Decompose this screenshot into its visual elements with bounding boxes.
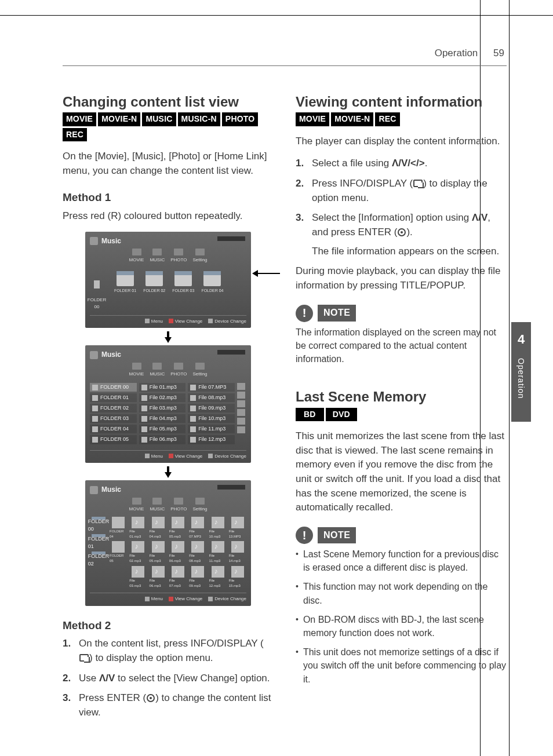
step-number: 1. [296, 156, 307, 171]
note-list: Last Scene Memory function for a previou… [296, 547, 507, 686]
tab-strip: MOVIE MUSIC PHOTO Setting [90, 363, 246, 378]
screenshot-stack: Music MOVIE MUSIC PHOTO Setting FOLDER 0… [63, 232, 274, 606]
tag: MUSIC [142, 112, 176, 126]
running-header: Operation 59 [63, 46, 507, 61]
tag: MOVIE-N [98, 112, 140, 126]
arrow-down-icon [165, 466, 172, 477]
side-tab-number: 4 [511, 322, 531, 349]
side-tab-label: Operation [515, 358, 527, 399]
step-body: Use Λ/V to select the [View Change] opti… [79, 671, 274, 686]
step-body: Select the [Information] option using Λ/… [312, 211, 507, 239]
note-body: The information displayed on the screen … [296, 326, 507, 366]
device-indicator [217, 236, 245, 241]
rail-label: FOLDER 00 [88, 297, 106, 310]
screenshot-footer: Menu View Change Device Change [90, 593, 246, 602]
grid-main: FOLDER 04 File 01.mp3 File 04.mp3 File 0… [110, 517, 246, 588]
tags-viewing-info: MOVIE MOVIE-N REC [296, 112, 507, 126]
last-scene-body: This unit memorizes the last scene from … [296, 429, 507, 515]
screenshot-list-view: Music MOVIE MUSIC PHOTO Setting FOLDER 0… [85, 345, 251, 463]
note-item: This unit does not memorize settings of … [303, 645, 507, 686]
method1-body: Press red (R) coloured button repeatedly… [63, 209, 274, 224]
folder-thumb: FOLDER 01 [114, 271, 136, 294]
list-column: File 01.mp3 File 02.mp3 File 03.mp3 File… [139, 383, 186, 444]
post-steps-text: During movie playback, you can display t… [296, 264, 507, 293]
device-indicator [217, 485, 245, 490]
tags-last-scene: BD DVD [296, 408, 507, 421]
heading-changing-view: Changing content list view [63, 94, 274, 111]
tab-icon [195, 249, 205, 255]
nav-keys-icon: Λ/V/</> [392, 158, 425, 169]
list-column: FOLDER 00 FOLDER 01 FOLDER 02 FOLDER 03 … [90, 383, 137, 444]
step-body: Select a file using Λ/V/</>. [312, 156, 507, 171]
grid-side: FOLDER 00 FOLDER 01 FOLDER 02 [90, 517, 107, 588]
tab-icon [132, 249, 141, 255]
list-mini-column [237, 383, 246, 444]
screenshot-grid-view: Music MOVIE MUSIC PHOTO Setting FOLDER 0… [85, 480, 251, 606]
arrow-down-icon [165, 331, 172, 342]
note-icon: ! [296, 305, 313, 322]
method1-heading: Method 1 [63, 189, 274, 206]
step-body: Press INFO/DISPLAY () to display the opt… [312, 177, 507, 205]
method2-steps: 1. On the content list, press INFO/DISPL… [63, 637, 274, 720]
side-tab: 4 Operation [511, 322, 531, 422]
step3-continuation: The file information appears on the scre… [312, 244, 507, 259]
heading-last-scene: Last Scene Memory [296, 389, 507, 406]
info-display-icon [79, 654, 89, 662]
step-number: 3. [63, 691, 74, 720]
method2-heading: Method 2 [63, 618, 274, 634]
info-display-icon [413, 180, 423, 187]
rail-icon [94, 280, 100, 288]
tag: DVD [326, 408, 357, 421]
tag: PHOTO [222, 112, 259, 126]
intro-text: The player can display the content infor… [296, 134, 507, 149]
step-number: 2. [63, 671, 74, 686]
note-label: NOTE [318, 527, 356, 543]
note-header: ! NOTE [296, 305, 507, 322]
intro-text: On the [Movie], [Music], [Photo] or [Hom… [63, 149, 274, 178]
tab-icon [152, 249, 162, 255]
tab-strip: MOVIE MUSIC PHOTO Setting [90, 249, 246, 264]
note-label: NOTE [318, 305, 356, 321]
tab-icon [174, 249, 183, 255]
running-section: Operation [435, 48, 478, 59]
tags-changing-view: MOVIE MOVIE-N MUSIC MUSIC-N PHOTO REC [63, 112, 274, 141]
screenshot-footer: Menu View Change Device Change [90, 450, 246, 460]
folder-thumb: FOLDER 04 [201, 271, 223, 294]
music-icon [90, 486, 98, 494]
folder-thumb: FOLDER 03 [172, 271, 194, 294]
tag: MOVIE [63, 112, 96, 126]
note-item: This function may not work depending on … [303, 580, 507, 607]
step-body: On the content list, press INFO/DISPLAY … [79, 637, 274, 665]
tag: BD [296, 408, 324, 421]
side-rail: FOLDER 00 [90, 268, 104, 310]
up-down-icon: Λ/V [99, 673, 115, 684]
right-column: Viewing content information MOVIE MOVIE-… [296, 94, 507, 692]
screenshot-footer: Menu View Change Device Change [90, 315, 246, 325]
step-number: 3. [296, 211, 307, 239]
tag: MOVIE [296, 112, 329, 126]
viewing-steps: 1. Select a file using Λ/V/</>. 2. Press… [296, 156, 507, 239]
page: Operation 59 4 Operation Changing conten… [0, 0, 553, 756]
tag: MUSIC-N [178, 112, 220, 126]
left-column: Changing content list view MOVIE MOVIE-N… [63, 94, 274, 728]
arrow-into-screenshot [252, 270, 280, 277]
folder-thumb: FOLDER 02 [143, 271, 165, 294]
music-icon [90, 237, 98, 245]
tag: REC [63, 128, 87, 141]
step-number: 2. [296, 177, 307, 205]
note-item: On BD-ROM discs with BD-J, the last scen… [303, 613, 507, 640]
page-number: 59 [493, 48, 504, 59]
tag: MOVIE-N [331, 112, 373, 126]
up-down-icon: Λ/V [472, 212, 487, 223]
enter-icon [398, 228, 406, 236]
device-indicator [217, 350, 245, 355]
list-column: File 07.MP3 File 08.mp3 File 09.mp3 File… [188, 383, 235, 444]
step-number: 1. [63, 637, 74, 665]
heading-viewing-info: Viewing content information [296, 94, 507, 111]
note-icon: ! [296, 527, 313, 544]
step-body: Press ENTER () to change the content lis… [79, 691, 274, 720]
music-icon [90, 351, 98, 359]
tab-strip: MOVIE MUSIC PHOTO Setting [90, 498, 246, 513]
note-item: Last Scene Memory function for a previou… [303, 547, 507, 574]
note-header: ! NOTE [296, 527, 507, 544]
